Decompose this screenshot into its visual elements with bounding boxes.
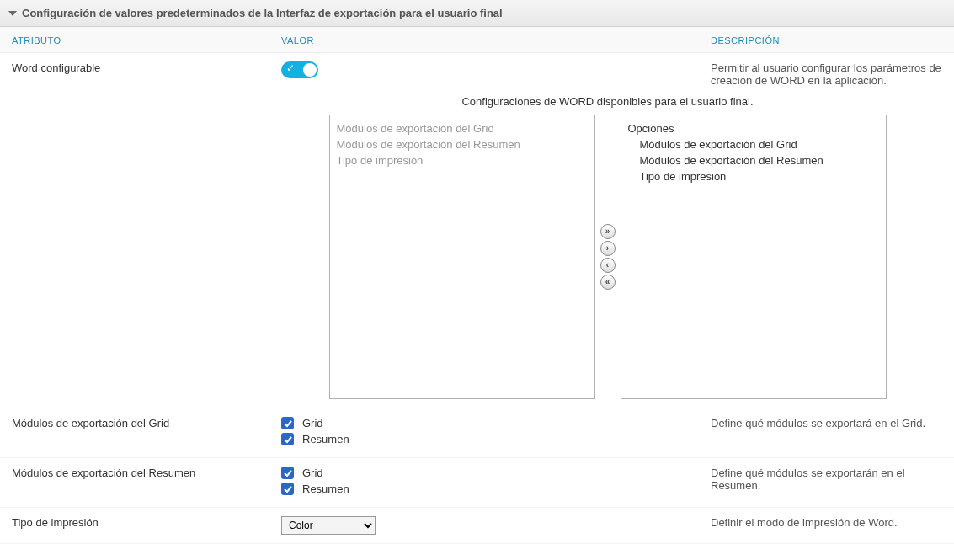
checkbox-summary-grid[interactable] (281, 467, 294, 479)
attr-summary-modules: Módulos de exportación del Resumen (12, 467, 281, 479)
check-icon (284, 435, 292, 444)
col-header-value: VALOR (281, 35, 711, 45)
move-left-button[interactable]: ‹ (600, 258, 616, 273)
desc-word-configurable: Permitir al usuario configurar los parám… (711, 61, 942, 87)
dual-list-title: Configuraciones de WORD disponibles para… (461, 95, 753, 108)
row-dual-list: Configuraciones de WORD disponibles para… (0, 87, 954, 408)
checkbox-label: Grid (302, 417, 323, 429)
row-summary-modules: Módulos de exportación del Resumen Grid … (0, 458, 954, 508)
col-header-description: DESCRIPCIÓN (711, 35, 942, 45)
toggle-word-configurable[interactable]: ✓ (281, 61, 318, 78)
checkbox-grid-resumen[interactable] (281, 433, 294, 445)
column-header-row: ATRIBUTO VALOR DESCRIPCIÓN (0, 27, 954, 53)
list-item[interactable]: Módulos de exportación del Grid (628, 136, 879, 152)
panel-header[interactable]: Configuración de valores predeterminados… (0, 0, 954, 27)
row-word-configurable: Word configurable ✓ Permitir al usuario … (0, 53, 954, 87)
check-icon (284, 419, 292, 428)
list-item[interactable]: Módulos de exportación del Resumen (628, 152, 879, 168)
attr-print-type: Tipo de impresión (12, 516, 281, 529)
col-header-attribute: ATRIBUTO (12, 35, 281, 45)
move-all-right-button[interactable]: » (600, 224, 616, 239)
list-group-label[interactable]: Opciones (628, 120, 879, 136)
toggle-knob (303, 63, 317, 77)
checkbox-label: Resumen (302, 483, 349, 495)
desc-grid-modules: Define qué módulos se exportará en el Gr… (711, 417, 942, 429)
list-item[interactable]: Tipo de impresión (628, 168, 879, 184)
list-item[interactable]: Módulos de exportación del Resumen (337, 136, 588, 152)
move-all-left-button[interactable]: « (600, 275, 616, 290)
transfer-buttons: » › ‹ « (600, 224, 616, 290)
checkbox-grid-grid[interactable] (281, 417, 294, 429)
check-icon: ✓ (286, 62, 295, 74)
panel-title: Configuración de valores predeterminados… (22, 7, 503, 19)
selected-listbox[interactable]: Opciones Módulos de exportación del Grid… (621, 115, 887, 399)
check-icon (284, 485, 292, 493)
collapse-icon[interactable] (8, 11, 17, 16)
checkbox-summary-resumen[interactable] (281, 483, 294, 495)
check-icon (284, 469, 292, 477)
available-listbox[interactable]: Módulos de exportación del Grid Módulos … (329, 115, 595, 399)
attr-grid-modules: Módulos de exportación del Grid (12, 417, 281, 429)
desc-summary-modules: Define qué módulos se exportarán en el R… (711, 467, 942, 492)
row-grid-modules: Módulos de exportación del Grid Grid Res… (0, 408, 954, 458)
checkbox-label: Grid (302, 467, 323, 479)
move-right-button[interactable]: › (600, 241, 616, 256)
list-item[interactable]: Módulos de exportación del Grid (337, 120, 588, 136)
select-print-type[interactable]: Color (281, 516, 376, 535)
row-print-type: Tipo de impresión Color Definir el modo … (0, 508, 954, 544)
attr-word-configurable: Word configurable (12, 61, 281, 74)
list-item[interactable]: Tipo de impresión (337, 152, 588, 168)
checkbox-label: Resumen (302, 433, 349, 445)
desc-print-type: Definir el modo de impresión de Word. (711, 516, 942, 529)
